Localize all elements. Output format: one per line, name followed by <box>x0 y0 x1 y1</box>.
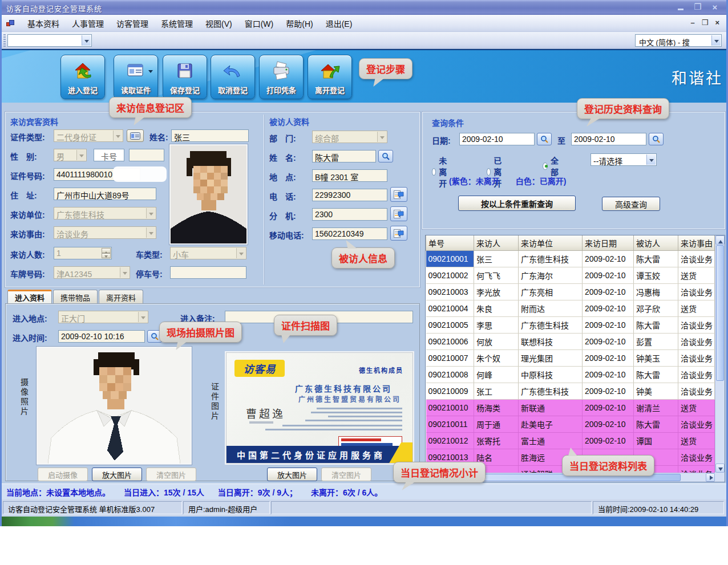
vehicle-type-select[interactable]: 小车 <box>170 247 246 259</box>
cell-visitor[interactable]: 周于通 <box>474 416 519 432</box>
host-phone-input[interactable]: 22992300 <box>312 189 387 201</box>
table-row[interactable]: 090210001 张三 广东德生科技 2009-02-10 陈大雷 洽谈业务 <box>426 250 715 267</box>
cell-host[interactable]: 谢清兰 <box>634 399 678 416</box>
cell-order-no[interactable]: 090210004 <box>426 300 474 316</box>
close-icon[interactable]: × <box>709 2 721 12</box>
step-up-icon[interactable] <box>102 248 111 253</box>
table-row[interactable]: 090210011 周于通 赴美电子 2009-02-10 陈大雷 洽谈业务 <box>426 416 715 432</box>
cell-reason[interactable]: 洽谈业务 <box>678 250 715 267</box>
table-column-header[interactable]: 单号 <box>426 235 474 250</box>
image-action-button[interactable]: 启动摄像 <box>38 468 88 481</box>
date-to-input[interactable]: 2009-02-10 <box>571 133 646 145</box>
save-register-button[interactable]: 保存登记 <box>163 55 207 99</box>
minimize-icon[interactable] <box>675 2 686 12</box>
requery-button[interactable]: 按以上条件重新查询 <box>458 196 576 211</box>
menu-item[interactable]: 基本资料 <box>21 15 66 32</box>
table-row[interactable]: 090210012 张寄托 富士通 2009-02-10 谭国 送货 <box>426 432 715 449</box>
host-ext-input[interactable]: 2300 <box>312 208 387 221</box>
toolbar-grip[interactable] <box>3 34 6 47</box>
host-search-button[interactable] <box>378 150 393 162</box>
cell-reason[interactable]: 洽谈业务 <box>678 449 715 465</box>
cell-date[interactable]: 2009-02-10 <box>583 333 634 349</box>
cell-date[interactable]: 2009-02-10 <box>583 283 634 300</box>
plate-select[interactable]: 津A12345 <box>54 266 130 279</box>
cell-date[interactable]: 2009-02-10 <box>583 383 634 399</box>
cell-date[interactable]: 2009-02-10 <box>583 300 634 316</box>
visitor-name-input[interactable]: 张三 <box>171 129 249 142</box>
table-row[interactable]: 090210004 朱良 附而达 2009-02-10 邓子欣 送货 <box>426 300 715 316</box>
cell-reason[interactable]: 洽谈业务 <box>678 333 715 349</box>
mdi-restore-icon[interactable]: ❒ <box>702 18 709 28</box>
address-input[interactable]: 广州市中山大道89号 <box>54 188 156 200</box>
cancel-register-button[interactable]: 取消登记 <box>211 55 255 99</box>
notify-sms-button[interactable] <box>390 226 407 241</box>
cell-host[interactable]: 陈大雷 <box>634 316 678 333</box>
cell-company[interactable]: 广东德生科技 <box>519 316 583 333</box>
cell-order-no[interactable]: 090210003 <box>426 283 474 300</box>
print-ticket-button[interactable]: 打印凭条 <box>259 55 304 99</box>
leave-register-button[interactable]: 离开登记 <box>308 55 352 99</box>
cell-host[interactable]: 邓子欣 <box>634 300 678 316</box>
restore-icon[interactable]: ❒ <box>692 2 703 12</box>
table-row[interactable]: 090210006 何放 联想科技 2009-02-10 彭置 洽谈业务 <box>426 333 715 349</box>
step-down-icon[interactable] <box>102 253 111 258</box>
cell-company[interactable]: 中原科技 <box>519 366 583 383</box>
vertical-scroll-thumb[interactable] <box>716 245 724 381</box>
image-action-button[interactable]: 清空图片 <box>146 468 196 481</box>
cell-order-no[interactable]: 090210008 <box>426 366 474 383</box>
id-type-select[interactable]: 二代身份证 <box>54 129 123 142</box>
entry-location-select[interactable]: 正大门 <box>58 311 148 323</box>
cell-visitor[interactable]: 杨海类 <box>474 399 519 416</box>
cell-reason[interactable]: 送货 <box>678 432 715 449</box>
advanced-query-button[interactable]: 高级查询 <box>602 197 660 211</box>
table-column-header[interactable]: 来访日期 <box>583 235 634 250</box>
entry-tab[interactable]: 进入资料 <box>7 290 52 303</box>
cell-reason[interactable]: 洽谈业务 <box>678 383 715 399</box>
cell-date[interactable]: 2009-02-10 <box>583 349 634 366</box>
dept-select[interactable]: 综合部 <box>312 131 387 143</box>
cell-company[interactable]: 广东亮相 <box>519 283 583 300</box>
table-row[interactable]: 090210003 李光放 广东亮相 2009-02-10 冯惠梅 洽谈业务 <box>426 283 715 300</box>
table-column-header[interactable]: 被访人 <box>634 235 678 250</box>
chevron-down-icon[interactable] <box>82 35 91 46</box>
cell-visitor[interactable]: 李思 <box>474 316 519 333</box>
cell-reason[interactable]: 洽谈业务 <box>678 316 715 333</box>
gender-select[interactable]: 男 <box>54 149 87 161</box>
filter-select[interactable]: --请选择 <box>591 153 657 166</box>
host-mobile-input[interactable]: 15602210349 <box>312 227 387 240</box>
cell-date[interactable]: 2009-02-10 <box>583 432 634 449</box>
entry-tab[interactable]: 离开资料 <box>99 290 143 303</box>
table-row[interactable]: 090210009 张工 广东德生科技 2009-02-10 钟美 洽谈业务 <box>426 383 715 399</box>
cell-host[interactable]: 冯惠梅 <box>634 283 678 300</box>
entry-tab[interactable]: 携带物品 <box>53 290 98 303</box>
enter-register-button[interactable]: 进入登记 <box>60 55 105 99</box>
table-column-header[interactable]: 来访事由 <box>678 235 715 250</box>
entry-time-input[interactable]: 2009-02-10 10:16 <box>58 330 145 343</box>
image-action-button[interactable]: 放大图片 <box>267 468 317 481</box>
cell-company[interactable]: 新联通 <box>519 399 583 416</box>
chevron-down-icon[interactable] <box>148 70 153 75</box>
cell-visitor[interactable]: 何飞飞 <box>474 267 519 283</box>
menu-item[interactable]: 退出(E) <box>319 15 359 32</box>
cell-order-no[interactable]: 090210012 <box>426 432 474 449</box>
vertical-scrollbar[interactable] <box>715 235 725 473</box>
read-id-button[interactable]: 读取证件 <box>114 55 158 99</box>
cell-order-no[interactable]: 090210002 <box>426 267 474 283</box>
cell-date[interactable]: 2009-02-10 <box>583 399 634 416</box>
cell-date[interactable]: 2009-02-10 <box>583 250 634 267</box>
language-bar[interactable]: 中文 (简体) - 搜 <box>635 34 722 47</box>
table-column-header[interactable]: 来访人 <box>474 235 519 250</box>
table-row[interactable]: 090210005 李思 广东德生科技 2009-02-10 陈大雷 洽谈业务 <box>426 316 715 333</box>
status-filter-radio[interactable]: 全部 <box>543 155 561 177</box>
cell-company[interactable]: 广东海尔 <box>519 267 583 283</box>
table-row[interactable]: 090210008 何峰 中原科技 2009-02-10 陈大雷 洽谈业务 <box>426 366 715 383</box>
scroll-right-icon[interactable] <box>706 473 715 482</box>
cell-date[interactable]: 2009-02-10 <box>583 267 634 283</box>
cell-visitor[interactable]: 何峰 <box>474 366 519 383</box>
cell-reason[interactable]: 洽谈业务 <box>678 283 715 300</box>
cell-host[interactable]: 陈大雷 <box>634 250 678 267</box>
cell-order-no[interactable]: 090210007 <box>426 349 474 366</box>
cell-company[interactable]: 赴美电子 <box>519 416 583 432</box>
notify-sms-button[interactable] <box>390 187 407 202</box>
host-location-input[interactable]: B幢 2301 室 <box>312 169 387 182</box>
